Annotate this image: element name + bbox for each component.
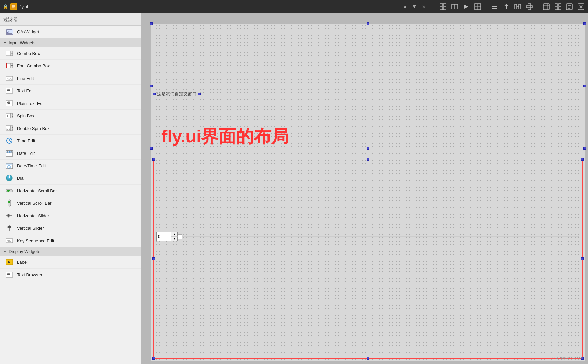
toolbar-icon-1[interactable] [439,2,448,11]
handle-bl[interactable] [150,147,153,150]
toolbar-icon-7[interactable] [513,2,522,11]
qaxwidget-icon: Ax [5,28,14,36]
handle-tc[interactable] [367,22,369,25]
toolbar-icon-11[interactable] [565,2,574,11]
svg-rect-84 [7,190,10,192]
combo-box-icon: ▼ [5,49,14,57]
canvas-area: 这是我们自定义窗口 fly.ui界面的布局 [141,13,588,364]
svg-rect-74 [7,150,8,152]
toolbar-separator-2 [538,3,538,10]
main-area: 过滤器 Ax QAxWidget ▼ Input Widgets ▼ [0,13,588,364]
handle-bc[interactable] [367,147,369,150]
slider-handle[interactable] [178,234,182,239]
sidebar-item-spin-box[interactable]: 1▲▼ Spin Box [0,110,141,122]
label-handle-right[interactable] [198,93,201,95]
sidebar-label-time-edit: Time Edit [17,138,35,143]
toolbar-icon-9[interactable] [542,2,551,11]
sidebar-item-plain-text-edit[interactable]: AI Plain Text Edit [0,97,141,110]
toolbar-icon-10[interactable] [554,2,562,11]
design-canvas[interactable]: 这是我们自定义窗口 fly.ui界面的布局 [151,24,585,361]
handle-tr[interactable] [583,22,586,25]
toolbar-icon-2[interactable] [450,2,459,11]
arrow-down-icon[interactable]: ▼ [410,3,418,10]
sidebar-item-vslider[interactable]: Vertical Slider [0,222,141,234]
toolbar-icon-6[interactable] [502,2,511,11]
svg-text:▼: ▼ [11,52,13,55]
label-handle-left[interactable] [153,93,156,95]
svg-marker-10 [464,4,468,9]
sidebar-label-line-edit: Line Edit [17,76,34,81]
sidebar-label-text-edit: Text Edit [17,88,34,93]
widget-handle-bl[interactable] [152,357,155,360]
arrow-up-icon[interactable]: ▲ [401,3,409,10]
sidebar-label-spin-box: Spin Box [17,113,34,118]
close-button[interactable]: ✕ [420,3,428,10]
vslider-icon [5,224,14,232]
handle-tl[interactable] [150,22,153,25]
sidebar-item-text-browser[interactable]: AI Text Browser [0,269,141,281]
toolbar-icon-12[interactable] [577,2,585,11]
sidebar-label-keyseq: Key Sequence Edit [17,238,54,243]
canvas-slider[interactable] [177,234,579,240]
widget-handle-tc[interactable] [367,158,369,161]
toolbar-icon-8[interactable] [525,2,534,11]
sidebar-item-dial[interactable]: Dial [0,172,141,185]
widget-handle-tl[interactable] [152,158,155,161]
handle-mr[interactable] [583,85,586,87]
svg-rect-5 [443,4,446,6]
category-label-display: Display Widgets [9,249,40,254]
svg-rect-25 [543,4,549,10]
widget-handle-tr[interactable] [581,158,584,161]
label-icon: A [5,258,14,266]
svg-rect-2 [12,6,15,7]
sidebar-item-datetime-edit[interactable]: Date/Time Edit [0,160,141,172]
sidebar-item-qaxwidget[interactable]: Ax QAxWidget [0,26,141,38]
sidebar-item-label-qaxwidget: QAxWidget [17,29,39,34]
sidebar-label-font-combo-box: Font Combo Box [17,63,50,68]
toolbar-icon-3[interactable] [462,2,470,11]
svg-rect-7 [443,7,446,10]
window-title: fly.ui [19,4,399,9]
sidebar-item-text-edit[interactable]: AI Text Edit [0,85,141,97]
svg-rect-34 [566,4,572,10]
sidebar-item-hslider[interactable]: Horizontal Slider [0,209,141,222]
toolbar-icon-5[interactable] [490,2,499,11]
svg-rect-31 [558,4,561,6]
svg-rect-86 [8,201,10,203]
widget-handle-bc[interactable] [367,357,369,360]
svg-rect-75 [11,150,12,152]
spinbox-display: 0 [156,232,171,241]
toolbar-icon-4[interactable] [473,2,482,11]
collapse-icon: ▼ [3,41,7,45]
handle-br[interactable] [583,147,586,150]
handle-ml[interactable] [150,85,153,87]
sidebar-label-date-edit: Date Edit [17,151,35,156]
svg-text:AI: AI [6,101,10,105]
svg-text:Ax: Ax [7,31,10,33]
line-edit-icon: ABC [5,74,14,82]
sidebar-label-datetime-edit: Date/Time Edit [17,163,46,168]
sidebar-item-vscroll[interactable]: Vertical Scroll Bar [0,197,141,209]
sidebar-item-combo-box[interactable]: ▼ Combo Box [0,47,141,60]
widget-handle-ml[interactable] [152,257,155,260]
sidebar-item-hscroll[interactable]: Horizontal Scroll Bar [0,185,141,197]
sidebar-item-font-combo-box[interactable]: ▼ Font Combo Box [0,60,141,72]
canvas-widget-box[interactable]: 0 ▲ ▼ [153,159,583,359]
sidebar-item-date-edit[interactable]: Date Edit [0,147,141,160]
category-input-widgets[interactable]: ▼ Input Widgets [0,38,141,47]
svg-rect-32 [555,7,558,10]
sidebar-item-label[interactable]: A Label [0,256,141,269]
svg-rect-24 [528,4,531,10]
sidebar-item-double-spin-box[interactable]: 1.2▲▼ Double Spin Box [0,122,141,135]
keyseq-icon: ABC [5,236,14,245]
spinbox-up[interactable]: ▲ [171,232,177,237]
sidebar-label-vscroll: Vertical Scroll Bar [17,201,52,206]
svg-text:ABC: ABC [7,240,11,242]
sidebar-item-keyseq[interactable]: ABC Key Sequence Edit [0,234,141,247]
widget-handle-mr[interactable] [581,257,584,260]
sidebar-scroll[interactable]: Ax QAxWidget ▼ Input Widgets ▼ Combo Box [0,26,141,364]
sidebar-item-time-edit[interactable]: Time Edit [0,135,141,147]
spinbox-down[interactable]: ▼ [171,237,177,241]
category-display-widgets[interactable]: ▼ Display Widgets [0,247,141,256]
sidebar-item-line-edit[interactable]: ABC Line Edit [0,72,141,85]
